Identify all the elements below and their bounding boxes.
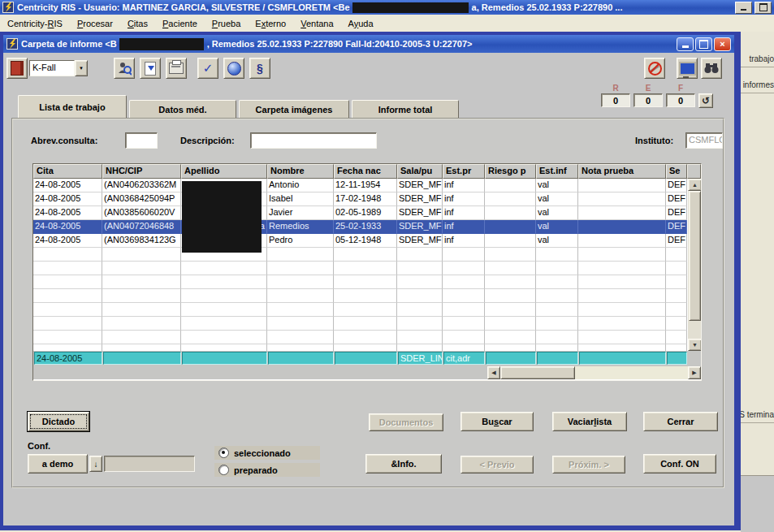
radio-seleccionado[interactable]: seleccionado [214, 446, 320, 460]
table-cell [267, 275, 334, 289]
workstation-button[interactable] [677, 58, 698, 79]
validate-button[interactable]: ✓ [197, 58, 218, 79]
filter-cell[interactable]: 24-08-2005 [34, 352, 102, 365]
search-binoculars-button[interactable] [701, 58, 722, 79]
tab-lista-de-trabajo[interactable]: Lista de trabajo [18, 95, 127, 118]
table-row[interactable]: 24-08-2005(AN0368425094PIsabel17-02-1948… [33, 192, 687, 206]
horizontal-scroll-thumb[interactable] [500, 366, 575, 379]
table-cell [443, 303, 485, 317]
table-row[interactable]: 24-08-2005(AN0369834123GPedro05-12-1948S… [33, 234, 687, 248]
report-maximize-button[interactable] [695, 37, 712, 51]
tab-datos-m-d[interactable]: Datos méd. [129, 100, 236, 118]
column-header-sala-pu[interactable]: Sala/pu [397, 164, 443, 179]
filter-cell[interactable] [335, 352, 397, 365]
table-row-empty[interactable] [33, 262, 687, 275]
scroll-down-icon[interactable]: ▼ [688, 339, 702, 351]
table-row-empty[interactable] [33, 344, 687, 351]
filter-cell[interactable]: SDER_LIN [398, 352, 443, 365]
abrev-consulta-input[interactable] [125, 132, 158, 149]
scroll-right-icon[interactable]: ▶ [688, 366, 701, 379]
filter-cell[interactable]: cit,adr [443, 352, 485, 365]
cerrar-button[interactable]: Cerrar [643, 412, 718, 431]
main-minimize-button[interactable] [735, 2, 752, 14]
table-cell [181, 331, 267, 344]
conf-value-field[interactable] [104, 456, 195, 472]
descripcion-input[interactable] [250, 132, 377, 149]
menu-item-externo[interactable]: Externo [248, 17, 293, 30]
menu-item-ayuda[interactable]: Ayuda [341, 17, 381, 30]
report-window: Carpeta de informe <B , Remedios 25.02.1… [0, 32, 741, 530]
print-button[interactable] [166, 58, 187, 79]
vaciar-lista-button[interactable]: Vaciar lista [552, 412, 627, 431]
table-cell: 12-11-1954 [334, 179, 397, 192]
column-header-nombre[interactable]: Nombre [267, 164, 334, 179]
table-row-empty[interactable] [33, 317, 687, 331]
documentos-button[interactable]: Documentos [369, 413, 443, 431]
background-tab-trabajo: trabajo [741, 51, 774, 67]
filter-cell[interactable] [537, 352, 578, 365]
filter-cell[interactable] [486, 352, 536, 365]
filter-cell[interactable] [667, 352, 687, 365]
refresh-counters-button[interactable]: ↺ [698, 93, 713, 108]
menu-item-procesar[interactable]: Procesar [70, 17, 120, 30]
column-header-est-pr[interactable]: Est.pr [443, 164, 485, 179]
table-row-empty[interactable] [33, 289, 687, 303]
column-header-nota-prueba[interactable]: Nota prueba [578, 164, 666, 179]
conf-on-button[interactable]: Conf. ON [643, 454, 716, 474]
table-row-empty[interactable] [33, 275, 687, 289]
k-fall-combobox[interactable]: K-Fall ▼ [29, 60, 88, 76]
table-row[interactable]: 24-08-2005(AN0385606020VJavier02-05-1989… [33, 206, 687, 220]
filter-cell[interactable] [268, 352, 334, 365]
table-cell [102, 262, 181, 275]
menu-item-prueba[interactable]: Prueba [205, 17, 248, 30]
scroll-up-icon[interactable]: ▲ [688, 179, 702, 191]
horizontal-scroll-track[interactable] [575, 366, 688, 379]
table-row[interactable]: 24-08-2005(AN0406203362MAntonio12-11-195… [33, 179, 687, 192]
dictado-button[interactable]: Dictado [28, 412, 89, 431]
chevron-down-icon[interactable]: ▼ [75, 60, 88, 76]
conf-dropdown-button[interactable]: ↓ [89, 456, 102, 472]
column-header-apellido[interactable]: Apellido [181, 164, 267, 179]
column-header-fecha-nac[interactable]: Fecha nac [334, 164, 397, 179]
column-header-riesgo-p[interactable]: Riesgo p [485, 164, 536, 179]
table-cell [536, 248, 578, 262]
column-header-se[interactable]: Se [666, 164, 687, 179]
tab-carpeta-im-genes[interactable]: Carpeta imágenes [239, 100, 349, 118]
web-button[interactable] [223, 58, 244, 79]
menu-item-centricity-ris[interactable]: Centricity-RIS [0, 17, 70, 30]
previo-button[interactable]: < Previo [461, 456, 534, 474]
column-header-nhc-cip[interactable]: NHC/CIP [102, 164, 181, 179]
buscar-button[interactable]: Buscar [461, 412, 534, 431]
table-row[interactable]: 24-08-2005(AN04072046848lbaRemedios25-02… [33, 220, 687, 234]
table-row-empty[interactable] [33, 303, 687, 317]
column-header-est-inf[interactable]: Est.inf [536, 164, 578, 179]
report-minimize-button[interactable] [677, 37, 694, 51]
filter-cell[interactable] [103, 352, 181, 365]
filter-cell[interactable] [182, 352, 267, 365]
paragraph-button[interactable]: § [249, 58, 270, 79]
exit-button[interactable] [6, 58, 28, 79]
filter-cell[interactable] [579, 352, 666, 365]
table-row-empty[interactable] [33, 248, 687, 262]
table-cell [485, 262, 536, 275]
main-restore-button[interactable] [755, 2, 772, 14]
a-demo-button[interactable]: a demo [28, 454, 88, 474]
table-cell [485, 179, 536, 192]
radio-preparado[interactable]: preparado [214, 463, 320, 477]
tab-informe-total[interactable]: Informe total [352, 100, 459, 118]
vertical-scroll-thumb[interactable] [689, 191, 701, 321]
proximo-button[interactable]: Próxim. > [552, 456, 625, 474]
menu-item-paciente[interactable]: Paciente [155, 17, 205, 30]
column-header-cita[interactable]: Cita [33, 164, 102, 179]
document-import-button[interactable] [140, 58, 161, 79]
vertical-scrollbar[interactable]: ▲ ▼ [688, 179, 702, 351]
info-button[interactable]: &Info. [365, 454, 442, 474]
horizontal-scrollbar[interactable]: ◀ ▶ [487, 366, 701, 379]
table-row-empty[interactable] [33, 331, 687, 344]
scroll-left-icon[interactable]: ◀ [487, 366, 500, 379]
patient-search-button[interactable] [114, 58, 135, 79]
no-edit-button[interactable] [644, 58, 665, 79]
report-close-button[interactable]: × [714, 37, 731, 51]
menu-item-citas[interactable]: Citas [120, 17, 155, 30]
menu-item-ventana[interactable]: Ventana [293, 17, 340, 30]
